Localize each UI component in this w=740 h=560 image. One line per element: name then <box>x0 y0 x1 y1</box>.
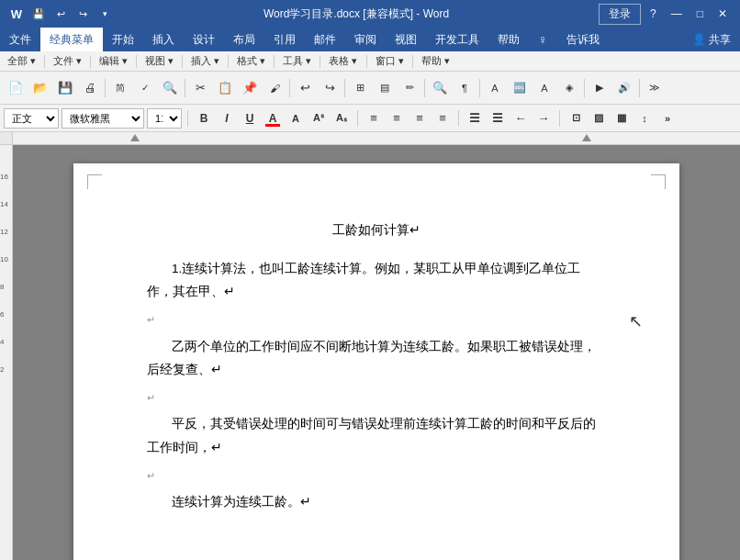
format-bar: 正文 微软雅黑 11 B I U A A Aˢ Aₛ ≡ ≡ ≡ ≡ ☰ ☰ ←… <box>0 105 740 132</box>
size-selector[interactable]: 11 <box>147 108 182 129</box>
fmt-sep4 <box>559 110 560 127</box>
indent-button[interactable]: → <box>533 108 554 129</box>
align-left-button[interactable]: ≡ <box>364 108 384 129</box>
tb2-copy[interactable]: 📋 <box>213 76 237 100</box>
highlight-button[interactable]: A <box>286 108 306 129</box>
doc-para-4[interactable]: ↵ <box>147 386 606 409</box>
shade-button[interactable]: ▨ <box>589 108 609 129</box>
italic-button[interactable]: I <box>217 108 237 129</box>
tb2-table[interactable]: ⊞ <box>348 76 372 100</box>
menu-refs[interactable]: 引用 <box>264 28 305 51</box>
align-center-button[interactable]: ≡ <box>387 108 407 129</box>
menu-design[interactable]: 设计 <box>184 28 224 51</box>
toolbar1-table[interactable]: 表格 ▾ <box>325 53 361 69</box>
font-selector[interactable]: 微软雅黑 <box>62 108 144 129</box>
tb2-diagrams[interactable]: ◈ <box>557 76 581 100</box>
tb2-save[interactable]: 💾 <box>53 76 77 100</box>
tb2-autotext[interactable]: 🔤 <box>508 76 532 100</box>
font-size-dec[interactable]: Aₛ <box>331 108 352 129</box>
tb2-jian[interactable]: 简 <box>108 76 132 100</box>
undo-icon[interactable]: ↩ <box>51 5 70 23</box>
tb2-cut[interactable]: ✂ <box>188 76 212 100</box>
doc-para-1[interactable]: 1.连续计算法，也叫工龄连续计算。例如，某职工从甲单位调到乙单位工作，其在甲、↵ <box>147 257 606 304</box>
menu-review[interactable]: 审阅 <box>345 28 386 51</box>
menu-dev[interactable]: 开发工具 <box>426 28 488 51</box>
outdent-button[interactable]: ← <box>510 108 531 129</box>
tb2-zoom[interactable]: 🔍 <box>428 76 452 100</box>
save-icon[interactable]: 💾 <box>29 5 48 23</box>
tb2-undo[interactable]: ↩ <box>293 76 317 100</box>
list-number-button[interactable]: ☰ <box>465 108 485 129</box>
tb2-paste[interactable]: 📌 <box>238 76 262 100</box>
align-justify-button[interactable]: ≡ <box>432 108 453 129</box>
style-selector[interactable]: 正文 <box>4 108 59 129</box>
menu-file[interactable]: 文件 <box>0 28 40 51</box>
doc-title[interactable]: 工龄如何计算↵ <box>147 218 606 242</box>
menu-tell[interactable]: 告诉我 <box>557 28 609 51</box>
menu-insert[interactable]: 插入 <box>143 28 184 51</box>
tb2-search[interactable]: 🔍 <box>158 76 182 100</box>
font-size-inc[interactable]: Aˢ <box>308 108 329 129</box>
menu-share[interactable]: 👤 共享 <box>683 28 740 51</box>
menu-jingdian[interactable]: 经典菜单 <box>40 28 103 51</box>
doc-para-7[interactable]: 连续计算为连续工龄。↵ <box>147 490 606 514</box>
tb2-wordart[interactable]: A <box>533 76 556 100</box>
tb2-col[interactable]: ▤ <box>373 76 397 100</box>
left-indent-marker[interactable] <box>130 134 140 141</box>
tb2-para[interactable]: ¶ <box>453 76 477 100</box>
tb2-new[interactable]: 📄 <box>4 76 28 100</box>
menu-lamp[interactable]: ♀ <box>529 28 557 51</box>
tb2-media[interactable]: ▶ <box>588 76 611 100</box>
scroll-area[interactable]: 工龄如何计算↵ 1.连续计算法，也叫工龄连续计算。例如，某职工从甲单位调到乙单位… <box>13 145 740 560</box>
toolbar1-format[interactable]: 格式 ▾ <box>233 53 269 69</box>
extra-button[interactable]: » <box>657 108 678 129</box>
menu-layout[interactable]: 布局 <box>224 28 264 51</box>
list-bullet-button[interactable]: ☰ <box>488 108 508 129</box>
menu-mail[interactable]: 邮件 <box>305 28 345 51</box>
doc-para-2[interactable]: ↵ <box>147 308 606 331</box>
border-button[interactable]: ⊡ <box>566 108 586 129</box>
menu-start[interactable]: 开始 <box>103 28 143 51</box>
tb2-paintbrush[interactable]: 🖌 <box>263 76 286 100</box>
doc-para-3[interactable]: 乙两个单位的工作时间应不间断地计算为连续工龄。如果职工被错误处理，后经复查、↵ <box>147 335 606 382</box>
toolbar1-insert[interactable]: 插入 ▾ <box>187 53 223 69</box>
tb2-check[interactable]: ✓ <box>133 76 157 100</box>
tb2-sound[interactable]: 🔊 <box>612 76 636 100</box>
document-page[interactable]: 工龄如何计算↵ 1.连续计算法，也叫工龄连续计算。例如，某职工从甲单位调到乙单位… <box>73 163 679 560</box>
help-icon[interactable]: ? <box>645 6 662 22</box>
tb2-open[interactable]: 📂 <box>28 76 52 100</box>
para-mark-4: ↵ <box>147 392 155 403</box>
toolbar1-file[interactable]: 文件 ▾ <box>50 53 85 69</box>
tb2-more[interactable]: ≫ <box>643 76 667 100</box>
toolbar1-view[interactable]: 视图 ▾ <box>141 53 177 69</box>
columns-button[interactable]: ▦ <box>611 108 632 129</box>
more-icon[interactable]: ▾ <box>95 5 114 23</box>
toolbar1-help[interactable]: 帮助 ▾ <box>418 53 454 69</box>
tb2-draw[interactable]: ✏ <box>398 76 421 100</box>
toolbar1-edit[interactable]: 编辑 ▾ <box>95 53 131 69</box>
doc-para-6[interactable]: ↵ <box>147 464 606 487</box>
tb2-redo[interactable]: ↪ <box>318 76 342 100</box>
login-button[interactable]: 登录 <box>599 4 641 25</box>
tb2-textbox[interactable]: A <box>483 76 507 100</box>
sort-button[interactable]: ↕ <box>634 108 655 129</box>
align-right-button[interactable]: ≡ <box>409 108 430 129</box>
toolbar1-quanbu[interactable]: 全部 ▾ <box>4 53 39 69</box>
tb2-sep6 <box>479 79 480 97</box>
toolbar1-window[interactable]: 窗口 ▾ <box>372 53 408 69</box>
tb2-sep4 <box>344 79 345 97</box>
redo-icon[interactable]: ↪ <box>73 5 92 23</box>
bold-button[interactable]: B <box>194 108 214 129</box>
tb2-print[interactable]: 🖨 <box>78 76 102 100</box>
minimize-button[interactable]: — <box>666 6 688 22</box>
underline-button[interactable]: U <box>240 108 260 129</box>
maximize-button[interactable]: □ <box>691 6 709 22</box>
menu-view[interactable]: 视图 <box>386 28 426 51</box>
toolbar2: 📄 📂 💾 🖨 简 ✓ 🔍 ✂ 📋 📌 🖌 ↩ ↪ ⊞ ▤ ✏ 🔍 ¶ A 🔤 … <box>0 72 740 105</box>
right-indent-marker[interactable] <box>582 134 591 141</box>
font-color-button[interactable]: A <box>263 108 283 129</box>
doc-para-5[interactable]: 平反，其受错误处理的时间可与错误处理前连续计算工龄的时间和平反后的工作时间，↵ <box>147 412 606 459</box>
toolbar1-tools[interactable]: 工具 ▾ <box>279 53 315 69</box>
close-button[interactable]: ✕ <box>712 6 733 22</box>
menu-help[interactable]: 帮助 <box>488 28 529 51</box>
